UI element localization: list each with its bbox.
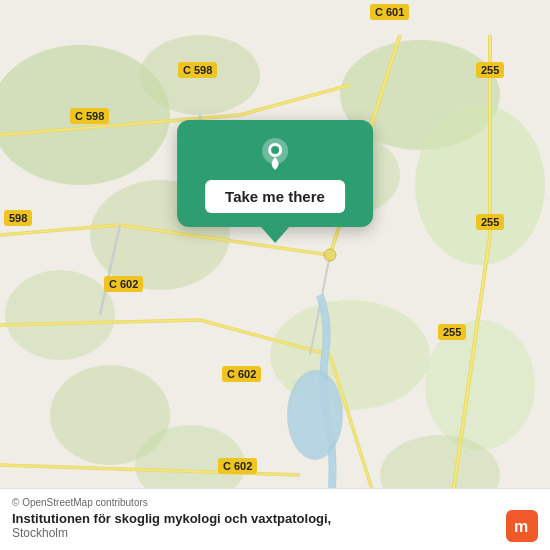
- location-title: Institutionen för skoglig mykologi och v…: [12, 511, 538, 526]
- road-label-c598b: C 598: [70, 108, 109, 124]
- take-me-there-button[interactable]: Take me there: [205, 180, 345, 213]
- svg-point-39: [291, 374, 339, 456]
- info-bar: © OpenStreetMap contributors Institution…: [0, 488, 550, 550]
- road-label-255c: 255: [438, 324, 466, 340]
- popup-arrow: [261, 227, 289, 243]
- road-label-598: 598: [4, 210, 32, 226]
- moovit-icon: m: [506, 510, 538, 542]
- location-pin-icon: [257, 136, 293, 172]
- svg-point-7: [5, 270, 115, 360]
- moovit-logo: m: [506, 510, 538, 542]
- road-label-c602b: C 602: [222, 366, 261, 382]
- road-label-c602c: C 602: [218, 458, 257, 474]
- road-label-255b: 255: [476, 214, 504, 230]
- svg-point-40: [324, 249, 336, 261]
- map-container: C 601 C 598 C 598 598 255 255 255 C 602 …: [0, 0, 550, 550]
- svg-point-43: [271, 146, 279, 154]
- road-label-255a: 255: [476, 62, 504, 78]
- svg-text:m: m: [514, 518, 528, 535]
- popup-card: Take me there: [177, 120, 373, 227]
- road-label-c602a: C 602: [104, 276, 143, 292]
- svg-point-4: [415, 105, 545, 265]
- road-label-c598a: C 598: [178, 62, 217, 78]
- copyright-text: © OpenStreetMap contributors: [12, 497, 538, 508]
- popup: Take me there: [177, 120, 373, 243]
- map-svg: [0, 0, 550, 550]
- road-label-c601: C 601: [370, 4, 409, 20]
- location-subtitle: Stockholm: [12, 526, 538, 540]
